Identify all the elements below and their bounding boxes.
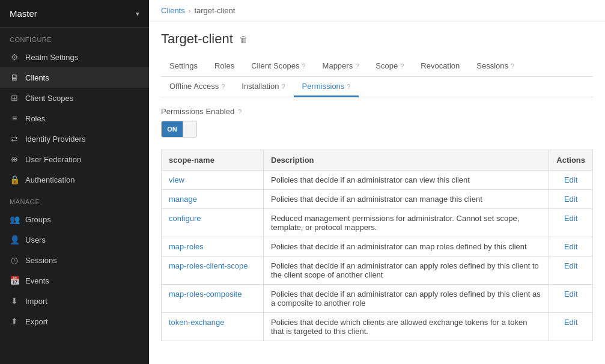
tab-revocation-label: Revocation	[421, 61, 460, 70]
delete-icon[interactable]: 🗑	[239, 34, 248, 44]
sidebar-item-label: Client Scopes	[25, 94, 73, 103]
tab-sessions-label: Sessions	[476, 61, 508, 70]
sidebar-item-label: Users	[25, 235, 46, 244]
col-header-scope-name: scope-name	[162, 150, 264, 171]
mappers-help-icon: ?	[355, 62, 359, 70]
sidebar-item-groups[interactable]: 👥 Groups	[0, 209, 149, 229]
permissions-table: scope-name Description Actions view Poli…	[161, 150, 593, 341]
actions-cell: Edit	[549, 171, 593, 190]
scope-link[interactable]: view	[169, 175, 184, 184]
tab-revocation[interactable]: Revocation	[412, 56, 468, 77]
sidebar-item-user-federation[interactable]: ⊕ User Federation	[0, 149, 149, 169]
edit-link[interactable]: Edit	[564, 290, 577, 299]
tabs-row-1: Settings Roles Client Scopes ? Mappers ?…	[161, 56, 593, 77]
actions-cell: Edit	[549, 209, 593, 237]
tab-mappers-label: Mappers	[323, 61, 353, 70]
permissions-enabled-label-row: Permissions Enabled ?	[161, 107, 593, 116]
table-row: manage Policies that decide if an admini…	[162, 190, 593, 209]
actions-cell: Edit	[549, 313, 593, 341]
scope-help-icon: ?	[400, 62, 404, 70]
manage-section-label: Manage	[0, 190, 149, 209]
tab-roles-label: Roles	[214, 61, 234, 70]
actions-cell: Edit	[549, 256, 593, 285]
configure-section-label: Configure	[0, 28, 149, 47]
breadcrumb-separator: ›	[189, 7, 191, 14]
tab-roles[interactable]: Roles	[206, 56, 243, 77]
installation-help-icon: ?	[281, 83, 285, 90]
sidebar-item-export[interactable]: ⬆ Export	[0, 311, 149, 332]
tab-settings[interactable]: Settings	[161, 56, 206, 77]
scope-link[interactable]: manage	[169, 195, 197, 204]
tab-permissions-label: Permissions	[302, 82, 345, 91]
sidebar-item-label: Authentication	[25, 175, 74, 184]
sidebar-item-label: Events	[25, 276, 49, 285]
sidebar-item-label: Realm Settings	[25, 53, 78, 62]
sessions-icon: ◷	[10, 255, 19, 265]
edit-link[interactable]: Edit	[564, 214, 577, 223]
sidebar-item-clients[interactable]: 🖥 Clients	[0, 67, 149, 88]
realm-settings-icon: ⚙	[10, 52, 19, 62]
sidebar-item-client-scopes[interactable]: ⊞ Client Scopes	[0, 88, 149, 108]
description-cell: Policies that decide if an administrator…	[264, 190, 549, 209]
scope-link[interactable]: token-exchange	[169, 318, 225, 327]
table-row: map-roles-composite Policies that decide…	[162, 285, 593, 313]
table-row: configure Reduced management permissions…	[162, 209, 593, 237]
permissions-enabled-help-icon: ?	[238, 108, 242, 115]
master-label: Master	[10, 8, 37, 19]
description-cell: Policies that decide if an administrator…	[264, 256, 549, 285]
edit-link[interactable]: Edit	[564, 242, 577, 251]
permissions-help-icon: ?	[347, 83, 350, 90]
breadcrumb: Clients › target-client	[149, 0, 605, 22]
toggle-off[interactable]	[183, 121, 196, 137]
tab-sessions[interactable]: Sessions ?	[468, 56, 523, 77]
permissions-enabled-label: Permissions Enabled	[161, 107, 234, 116]
toggle-on[interactable]: ON	[162, 121, 183, 137]
scope-link[interactable]: map-roles-composite	[169, 290, 242, 299]
tab-installation[interactable]: Installation ?	[233, 77, 293, 97]
tab-offline-access[interactable]: Offline Access ?	[161, 77, 233, 97]
table-row: view Policies that decide if an administ…	[162, 171, 593, 190]
sidebar-item-label: Export	[25, 317, 48, 326]
edit-link[interactable]: Edit	[564, 195, 577, 204]
tab-client-scopes[interactable]: Client Scopes ?	[243, 56, 314, 77]
sidebar: Master ▾ Configure ⚙ Realm Settings 🖥 Cl…	[0, 0, 149, 364]
edit-link[interactable]: Edit	[564, 261, 577, 270]
tab-scope[interactable]: Scope ?	[367, 56, 412, 77]
events-icon: 📅	[10, 276, 19, 285]
sidebar-item-users[interactable]: 👤 Users	[0, 229, 149, 250]
page-content: Target-client 🗑 Settings Roles Client Sc…	[149, 22, 605, 364]
sidebar-item-sessions[interactable]: ◷ Sessions	[0, 250, 149, 270]
chevron-down-icon: ▾	[136, 10, 139, 18]
table-row: map-roles-client-scope Policies that dec…	[162, 256, 593, 285]
edit-link[interactable]: Edit	[564, 175, 577, 184]
clients-icon: 🖥	[10, 73, 19, 82]
sidebar-item-label: Groups	[25, 215, 51, 224]
sidebar-item-realm-settings[interactable]: ⚙ Realm Settings	[0, 47, 149, 67]
scope-link[interactable]: map-roles-client-scope	[169, 261, 248, 270]
table-header-row: scope-name Description Actions	[162, 150, 593, 171]
permissions-enabled-section: Permissions Enabled ? ON	[161, 107, 593, 138]
edit-link[interactable]: Edit	[564, 318, 577, 327]
sidebar-item-import[interactable]: ⬇ Import	[0, 291, 149, 311]
actions-cell: Edit	[549, 237, 593, 256]
sidebar-item-events[interactable]: 📅 Events	[0, 270, 149, 291]
export-icon: ⬆	[10, 317, 19, 326]
description-cell: Policies that decide if an administrator…	[264, 285, 549, 313]
master-header[interactable]: Master ▾	[0, 0, 149, 28]
scope-cell: map-roles-composite	[162, 285, 264, 313]
sidebar-item-roles[interactable]: ≡ Roles	[0, 108, 149, 129]
sidebar-item-authentication[interactable]: 🔒 Authentication	[0, 169, 149, 190]
tab-offline-access-label: Offline Access	[169, 82, 219, 91]
tab-mappers[interactable]: Mappers ?	[314, 56, 368, 77]
sidebar-item-label: Sessions	[25, 256, 57, 265]
permissions-toggle[interactable]: ON	[161, 121, 197, 138]
scope-link[interactable]: map-roles	[169, 242, 204, 251]
tab-permissions[interactable]: Permissions ?	[294, 77, 359, 97]
scope-cell: map-roles	[162, 237, 264, 256]
scope-link[interactable]: configure	[169, 214, 201, 223]
sidebar-item-identity-providers[interactable]: ⇄ Identity Providers	[0, 129, 149, 149]
tab-scope-label: Scope	[375, 61, 398, 70]
breadcrumb-current: target-client	[194, 6, 235, 15]
breadcrumb-clients-link[interactable]: Clients	[161, 6, 185, 15]
client-scopes-help-icon: ?	[302, 62, 305, 70]
